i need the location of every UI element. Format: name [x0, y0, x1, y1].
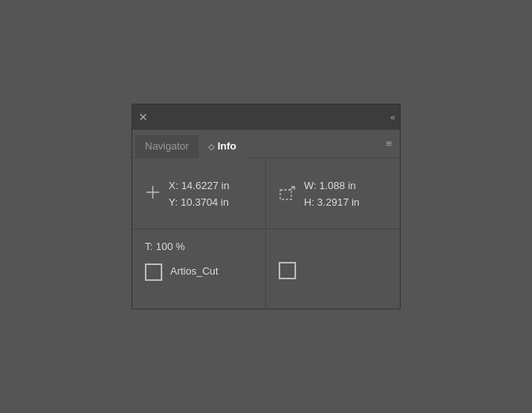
svg-rect-2	[280, 190, 291, 199]
layer-row: Artios_Cut	[145, 260, 253, 281]
y-value: Y: 10.3704 in	[169, 196, 230, 208]
tab-menu-button[interactable]: ≡	[378, 134, 400, 153]
tab-info[interactable]: ◇Info	[199, 135, 246, 158]
close-button[interactable]: ✕	[139, 112, 148, 123]
position-values: X: 14.6227 in Y: 10.3704 in	[169, 180, 230, 208]
info-grid: X: 14.6227 in Y: 10.3704 in W: 1.088 in …	[132, 158, 400, 229]
crosshair-icon	[145, 184, 161, 203]
info-panel: ✕ « Navigator ◇Info ≡ X: 14.6227 in Y: 1…	[131, 104, 401, 309]
h-value: H: 3.2917 in	[304, 196, 359, 208]
transform-icon	[279, 185, 296, 203]
collapse-button[interactable]: «	[390, 112, 393, 122]
size-values: W: 1.088 in H: 3.2917 in	[304, 180, 359, 208]
layer-name: Artios_Cut	[170, 265, 218, 277]
title-bar: ✕ «	[132, 104, 400, 130]
bottom-section: T: 100 % Artios_Cut	[132, 229, 400, 309]
empty-swatch-cell	[266, 229, 400, 309]
tab-bar: Navigator ◇Info ≡	[132, 130, 400, 158]
tab-navigator[interactable]: Navigator	[135, 135, 199, 158]
opacity-layer-cell: T: 100 % Artios_Cut	[132, 229, 266, 309]
size-cell: W: 1.088 in H: 3.2917 in	[266, 158, 400, 229]
w-value: W: 1.088 in	[304, 180, 359, 191]
layer-color-swatch	[145, 263, 162, 281]
empty-color-swatch	[279, 262, 296, 279]
position-cell: X: 14.6227 in Y: 10.3704 in	[132, 158, 266, 229]
opacity-value: T: 100 %	[145, 241, 253, 252]
x-value: X: 14.6227 in	[169, 180, 230, 191]
info-tab-icon: ◇	[208, 142, 215, 151]
